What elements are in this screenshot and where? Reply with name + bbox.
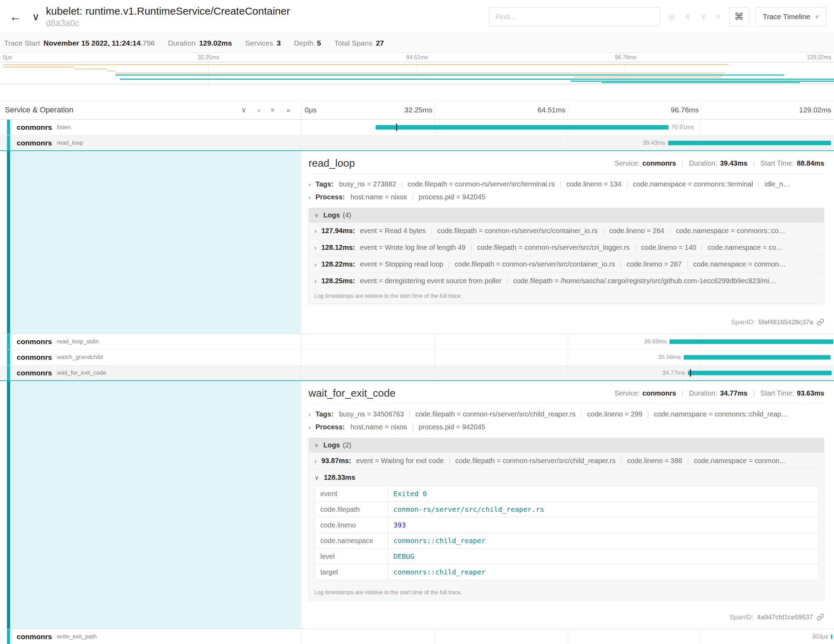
span-bar[interactable]	[376, 125, 668, 130]
span-id-value: 4a947cfd1ce59537	[757, 613, 813, 621]
minimap-gap	[0, 84, 834, 100]
span-row-watch-grandchild[interactable]: conmonrs watch_grandchild 35.58ms	[0, 350, 834, 365]
detail-meta: Service:conmonrs Duration:39.43ms Start …	[614, 159, 824, 167]
span-color-indicator	[7, 629, 10, 644]
gridline	[567, 100, 568, 119]
prev-result-icon[interactable]: ∧	[685, 12, 691, 21]
table-row: event Exited 0	[315, 486, 818, 502]
chevron-right-icon: ›	[314, 278, 317, 285]
expand-all-icon[interactable]: »	[286, 106, 290, 114]
log-time: 128.33ms	[324, 474, 355, 482]
process-chip: host.name = nixos	[351, 423, 407, 431]
timeline-tick: 32.25ms	[404, 106, 432, 114]
clear-search-icon[interactable]: ×	[716, 12, 721, 21]
keyboard-shortcuts-button[interactable]: ⌘	[729, 7, 749, 26]
chevron-right-icon: ›	[309, 424, 310, 431]
copy-link-icon[interactable]	[816, 318, 824, 326]
log-field-chip: code.namespace = conmonrs::co…	[664, 227, 785, 235]
tags-row[interactable]: › Tags: busy_ns = 273882code.filepath = …	[309, 180, 824, 188]
expand-one-icon[interactable]: ›	[258, 106, 260, 114]
minimap-tick: 96.76ms	[615, 54, 636, 60]
log-field-chip: code.filepath = conmon-rs/server/src/con…	[443, 260, 615, 268]
back-icon[interactable]: ←	[8, 10, 24, 24]
chevron-right-icon: ›	[314, 458, 317, 465]
tag-chip: busy_ns = 34506763	[339, 410, 404, 418]
process-chip: host.name = nixos	[351, 193, 407, 201]
span-color-indicator	[7, 350, 10, 365]
process-chip: process.pid = 942045	[407, 193, 485, 201]
log-entry[interactable]: › 93.87ms: event = Waiting for exit code…	[309, 452, 824, 469]
span-bar[interactable]	[668, 141, 831, 145]
span-operation: listen	[57, 124, 71, 131]
span-row-read-loop[interactable]: conmonrs read_loop 39.43ms	[0, 135, 834, 151]
table-row: target conmonrs::child_reaper	[315, 564, 818, 580]
logs-note: Log timestamps are relative to the start…	[309, 289, 824, 304]
span-bar[interactable]	[669, 340, 833, 344]
log-entry[interactable]: › 128.12ms: event = Wrote log line of le…	[309, 239, 824, 256]
process-row[interactable]: › Process: host.name = nixosprocess.pid …	[309, 193, 824, 201]
process-row[interactable]: › Process: host.name = nixosprocess.pid …	[309, 423, 824, 431]
timeline-tick: 96.76ms	[671, 106, 699, 114]
span-operation: wait_for_exit_code	[57, 369, 107, 377]
command-icon: ⌘	[735, 11, 744, 22]
process-label: Process:	[315, 193, 345, 201]
span-row-write-exit-path[interactable]: conmonrs write_exit_path 303μs	[0, 629, 834, 644]
detail-title: wait_for_exit_code	[309, 387, 396, 399]
log-field-chip: event = Read 4 bytes	[360, 227, 426, 235]
collapse-all-icon[interactable]: »	[269, 108, 277, 112]
log-field-chip: code.filepath = conmon-rs/server/src/cri…	[465, 244, 629, 251]
logs-header[interactable]: ∨ Logs (4)	[309, 208, 824, 222]
chevron-down-icon: ∨	[314, 212, 318, 218]
span-bar[interactable]	[831, 634, 832, 639]
summary-value: 5	[317, 39, 321, 47]
log-fields: event = Stopping read loopcode.filepath …	[360, 260, 818, 268]
span-row-listen[interactable]: conmonrs listen 70.91ms	[0, 120, 834, 135]
log-entry[interactable]: › 127.94ms: event = Read 4 bytescode.fil…	[309, 222, 824, 239]
find-input[interactable]	[489, 7, 660, 26]
summary-value: 129.02ms	[199, 39, 232, 47]
span-duration-label: 35.58ms	[658, 354, 680, 361]
field-value: conmonrs::child_reaper	[388, 533, 818, 549]
copy-link-icon[interactable]	[816, 613, 824, 621]
trace-header-collapse-icon[interactable]: ∨	[32, 10, 40, 23]
trace-title-block: kubelet: runtime.v1.RuntimeService/Creat…	[46, 5, 290, 28]
table-row: code.filepath conmon-rs/server/src/child…	[315, 502, 818, 517]
span-duration-label: 303μs	[812, 633, 828, 640]
logs-header[interactable]: ∨ Logs (2)	[309, 438, 824, 452]
log-field-chip: code.filepath = conmon-rs/server/src/con…	[426, 227, 598, 235]
tags-row[interactable]: › Tags: busy_ns = 34506763code.filepath …	[309, 410, 824, 418]
gridline	[567, 334, 568, 350]
span-operation: read_loop	[57, 139, 84, 146]
logs-block: ∨ Logs (4) › 127.94ms: event = Read 4 by…	[309, 208, 824, 304]
chevron-right-icon: ›	[314, 261, 317, 268]
timeline-minimap[interactable]	[0, 62, 834, 84]
span-service: conmonrs	[17, 123, 52, 131]
detail-meta-item: Start Time:88.84ms	[747, 159, 824, 167]
log-field-chip: event = deregistering event source from …	[360, 277, 501, 285]
locate-icon[interactable]: ◎	[668, 12, 675, 21]
span-timeline-cell: 34.77ms	[301, 365, 834, 380]
find-controls: ◎ ∧ ∨ ×	[668, 12, 721, 21]
trace-view-selector[interactable]: Trace Timeline ∨	[755, 7, 826, 26]
chevron-right-icon: ›	[309, 194, 310, 201]
tag-chip: code.lineno = 299	[575, 410, 642, 418]
collapse-one-icon[interactable]: ∨	[241, 106, 246, 114]
trace-id: d8a3a0c	[46, 18, 290, 28]
log-entry[interactable]: › 128.22ms: event = Stopping read loopco…	[309, 256, 824, 272]
gridline	[567, 365, 568, 380]
minimap-tick-labels: 0μs 32.25ms 64.51ms 96.76ms 129.02ms	[0, 53, 834, 62]
log-entry-expanded-header[interactable]: ∨ 128.33ms	[314, 474, 818, 482]
page-title: kubelet: runtime.v1.RuntimeService/Creat…	[46, 5, 290, 17]
log-entry[interactable]: › 128.25ms: event = deregistering event …	[309, 272, 824, 289]
span-bar[interactable]	[688, 371, 832, 375]
span-bar[interactable]	[684, 355, 831, 360]
next-result-icon[interactable]: ∨	[700, 12, 706, 21]
minimap-canvas	[0, 62, 834, 84]
top-bar: ← ∨ kubelet: runtime.v1.RuntimeService/C…	[0, 0, 834, 33]
span-row-read-loop-stdin[interactable]: conmonrs read_loop_stdin 39.69ms	[0, 334, 834, 350]
log-field-chip: event = Waiting for exit code	[356, 457, 444, 464]
span-color-indicator	[7, 135, 10, 150]
logs-count: (4)	[343, 211, 351, 219]
gridline	[701, 100, 701, 119]
span-row-wait-for-exit-code[interactable]: conmonrs wait_for_exit_code 34.77ms	[0, 365, 834, 381]
